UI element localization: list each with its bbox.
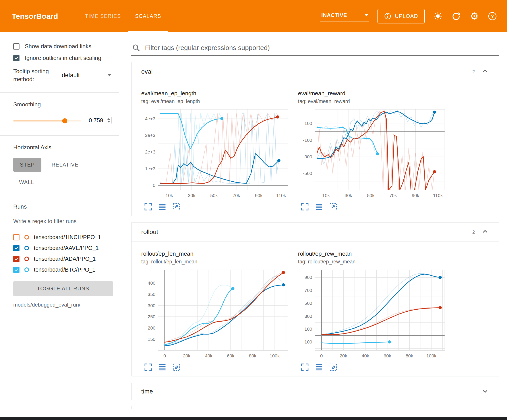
fit-domain-button[interactable] bbox=[172, 203, 181, 211]
section-title: time bbox=[141, 388, 153, 395]
tag-filter-row bbox=[131, 41, 499, 56]
chart-tag: tag: eval/mean_reward bbox=[298, 98, 447, 104]
brightness-icon[interactable] bbox=[433, 11, 443, 21]
chart-title: eval/mean_reward bbox=[298, 90, 447, 97]
svg-text:350: 350 bbox=[148, 292, 155, 297]
chart-tag: tag: rollout/ep_len_mean bbox=[141, 259, 290, 265]
svg-text:4e+3: 4e+3 bbox=[145, 116, 155, 121]
slider-knob[interactable] bbox=[62, 118, 67, 124]
svg-text:50k: 50k bbox=[210, 193, 218, 198]
tab-time-series[interactable]: TIME SERIES bbox=[78, 0, 128, 32]
svg-text:-100: -100 bbox=[303, 138, 312, 143]
run-checkbox[interactable] bbox=[13, 256, 20, 262]
chart-toolbar bbox=[298, 203, 447, 211]
fullscreen-button[interactable] bbox=[301, 203, 309, 211]
tooltip-sorting-label: Tooltip sorting method: bbox=[13, 67, 59, 83]
run-row-ada[interactable]: tensorboard/ADA/PPO_1 bbox=[13, 256, 113, 262]
fullscreen-button[interactable] bbox=[144, 363, 152, 371]
data-table-button[interactable] bbox=[158, 203, 167, 211]
spinner-up-icon[interactable] bbox=[107, 118, 110, 120]
chart-eval-mean-ep-length: eval/mean_ep_length tag: eval/mean_ep_le… bbox=[141, 90, 290, 211]
plot-eval-mean-ep-length[interactable]: 01e+32e+33e+34e+310k30k50k70k90k110k bbox=[141, 107, 290, 201]
run-color-circle[interactable] bbox=[24, 256, 29, 261]
run-color-circle[interactable] bbox=[24, 267, 29, 272]
tooltip-sorting-select[interactable]: default bbox=[60, 70, 113, 81]
svg-text:100k: 100k bbox=[270, 353, 280, 358]
fit-domain-button[interactable] bbox=[329, 363, 338, 371]
svg-text:-500: -500 bbox=[303, 171, 312, 176]
help-icon[interactable]: ? bbox=[487, 11, 497, 21]
chart-rollout-ep-rew-mean: rollout/ep_rew_mean tag: rollout/ep_rew_… bbox=[298, 250, 447, 371]
plot-rollout-ep-rew-mean[interactable]: -100100300500700900020k40k60k80k100k bbox=[298, 267, 447, 361]
svg-text:2e+3: 2e+3 bbox=[145, 149, 155, 154]
svg-text:80k: 80k bbox=[249, 353, 256, 358]
number-spinner[interactable] bbox=[106, 117, 112, 124]
svg-text:1e+3: 1e+3 bbox=[145, 166, 155, 171]
section-count: 2 bbox=[472, 69, 475, 74]
svg-text:0: 0 bbox=[320, 353, 323, 358]
chart-toolbar bbox=[141, 203, 290, 211]
chevron-down-icon bbox=[482, 388, 488, 395]
run-checkbox[interactable] bbox=[13, 267, 20, 273]
svg-text:30k: 30k bbox=[345, 193, 352, 198]
check-icon bbox=[14, 56, 19, 60]
fullscreen-button[interactable] bbox=[301, 363, 309, 371]
wall-button[interactable]: WALL bbox=[19, 179, 34, 185]
fit-domain-button[interactable] bbox=[172, 363, 181, 371]
run-checkbox[interactable] bbox=[13, 234, 20, 241]
toggle-all-runs-button[interactable]: TOGGLE ALL RUNS bbox=[13, 281, 113, 296]
ignore-outliers-row[interactable]: Ignore outliers in chart scaling bbox=[13, 55, 113, 62]
next-section-partial bbox=[131, 406, 499, 409]
chart-title: rollout/ep_len_mean bbox=[141, 250, 290, 257]
plot-eval-mean-reward[interactable]: 100-100-300-50010k30k50k70k90k110k bbox=[298, 107, 447, 201]
expand-section-button[interactable] bbox=[481, 387, 489, 395]
collapse-section-button[interactable] bbox=[481, 228, 489, 236]
collapse-section-button[interactable] bbox=[481, 68, 489, 76]
data-table-button[interactable] bbox=[158, 363, 167, 371]
run-row-1inch[interactable]: tensorboard/1INCH/PPO_1 bbox=[13, 234, 113, 241]
fit-domain-button[interactable] bbox=[329, 203, 338, 211]
run-row-aave[interactable]: tensorboard/AAVE/PPO_1 bbox=[13, 245, 113, 251]
fullscreen-button[interactable] bbox=[144, 203, 152, 211]
step-button[interactable]: STEP bbox=[13, 158, 41, 172]
section-time-header[interactable]: time bbox=[132, 383, 499, 400]
svg-text:-300: -300 bbox=[303, 154, 312, 159]
show-download-links-checkbox[interactable] bbox=[13, 43, 20, 49]
refresh-icon[interactable] bbox=[451, 11, 461, 21]
run-checkbox[interactable] bbox=[13, 245, 20, 251]
settings-icon[interactable]: ⚙ bbox=[469, 11, 479, 21]
relative-button[interactable]: RELATIVE bbox=[52, 162, 79, 168]
data-table-button[interactable] bbox=[315, 203, 323, 211]
section-rollout-header[interactable]: rollout 2 bbox=[132, 222, 499, 241]
tag-filter-input[interactable] bbox=[145, 44, 498, 52]
chart-tag: tag: rollout/ep_rew_mean bbox=[298, 259, 447, 265]
section-time: time bbox=[131, 383, 499, 400]
ignore-outliers-checkbox[interactable] bbox=[13, 55, 20, 61]
runs-filter-input[interactable] bbox=[13, 216, 106, 227]
plot-rollout-ep-len-mean[interactable]: 150200250300350400020k40k60k80k100k bbox=[141, 267, 290, 361]
svg-text:70k: 70k bbox=[389, 193, 397, 198]
dropdown-caret-icon bbox=[108, 74, 111, 76]
svg-text:80k: 80k bbox=[406, 353, 413, 358]
spinner-down-icon[interactable] bbox=[107, 121, 110, 123]
runs-label: Runs bbox=[13, 203, 113, 210]
smoothing-slider[interactable] bbox=[13, 117, 81, 125]
status-dropdown[interactable]: INACTIVE bbox=[320, 11, 369, 21]
chart-rollout-ep-len-mean: rollout/ep_len_mean tag: rollout/ep_len_… bbox=[141, 250, 290, 371]
run-color-circle[interactable] bbox=[24, 246, 29, 250]
svg-text:10k: 10k bbox=[322, 193, 330, 198]
upload-button[interactable]: UPLOAD bbox=[378, 9, 425, 23]
svg-text:90k: 90k bbox=[412, 193, 419, 198]
section-eval-header[interactable]: eval 2 bbox=[132, 62, 499, 81]
show-download-links-row[interactable]: Show data download links bbox=[13, 43, 113, 50]
tab-scalars[interactable]: SCALARS bbox=[128, 0, 168, 32]
run-color-circle[interactable] bbox=[24, 235, 29, 240]
smoothing-value-input[interactable]: 0.759 bbox=[87, 116, 113, 126]
run-label: tensorboard/AAVE/PPO_1 bbox=[34, 245, 99, 251]
section-title: eval bbox=[141, 68, 153, 75]
chart-toolbar bbox=[141, 363, 290, 371]
data-table-button[interactable] bbox=[315, 363, 323, 371]
svg-text:?: ? bbox=[491, 14, 494, 19]
svg-text:0: 0 bbox=[153, 183, 155, 188]
run-row-btc[interactable]: tensorboard/BTC/PPO_1 bbox=[13, 267, 113, 273]
